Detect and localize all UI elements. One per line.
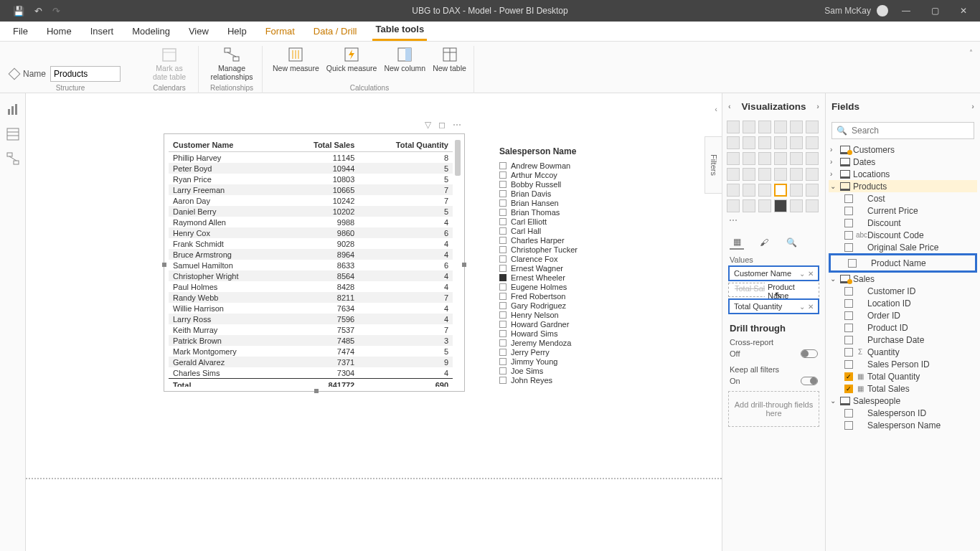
viz-type-icon[interactable]	[806, 199, 819, 212]
viz-type-icon[interactable]	[743, 199, 755, 212]
analytics-tab-icon[interactable]: 🔍	[784, 235, 798, 250]
well-customer[interactable]: Customer Name⌄✕	[728, 265, 819, 281]
well-quantity[interactable]: Total Quantity⌄✕	[728, 298, 819, 314]
field-checkbox[interactable]	[844, 287, 853, 296]
viz-type-icon[interactable]	[743, 121, 755, 133]
viz-expand-icon[interactable]: ›	[816, 102, 819, 110]
fields-search[interactable]: 🔍	[831, 122, 974, 139]
table-node[interactable]: ⌄Products	[829, 180, 977, 192]
chevron-down-icon[interactable]: ⌄	[799, 270, 805, 278]
fields-tab-icon[interactable]: ▦	[730, 235, 744, 250]
table-row[interactable]: Paul Holmes84284	[169, 281, 453, 292]
user-account[interactable]: Sam McKay	[824, 5, 888, 17]
field-node[interactable]: Discount	[829, 217, 977, 229]
ribbon-collapse-icon[interactable]: ˄	[969, 49, 973, 57]
menu-file[interactable]: File	[10, 22, 31, 41]
field-checkbox[interactable]	[844, 194, 853, 203]
viz-type-icon[interactable]	[743, 152, 755, 165]
viz-type-icon[interactable]	[727, 199, 740, 212]
table-scrollbar[interactable]	[455, 140, 462, 385]
menu-data-drill[interactable]: Data / Drill	[311, 22, 360, 41]
field-node[interactable]: Cost	[829, 192, 977, 204]
slicer-item[interactable]: Howard Sims	[499, 329, 636, 338]
field-node[interactable]: Customer ID	[829, 285, 977, 297]
viz-type-icon[interactable]	[743, 184, 755, 197]
new-column-button[interactable]: New column	[384, 46, 425, 73]
focus-icon[interactable]: ◻	[438, 120, 446, 130]
slicer-item[interactable]: Bobby Russell	[499, 179, 636, 189]
drill-dropzone[interactable]: Add drill-through fields here	[728, 391, 819, 427]
viz-type-icon[interactable]	[758, 184, 771, 197]
field-node[interactable]: Purchase Date	[829, 334, 977, 346]
filter-icon[interactable]: ▽	[425, 120, 431, 130]
well-drag-target[interactable]: Total Sales Product Name ↖	[728, 283, 819, 297]
viz-type-icon[interactable]	[790, 199, 803, 212]
viz-type-icon[interactable]	[790, 152, 803, 165]
viz-type-icon[interactable]	[790, 136, 803, 149]
field-node[interactable]: Original Sale Price	[829, 241, 977, 253]
slicer-item[interactable]: Christopher Tucker	[499, 245, 636, 254]
field-node[interactable]: ΣQuantity	[829, 346, 977, 358]
manage-relationships-button[interactable]: Manage relationships	[209, 46, 255, 81]
slicer-item[interactable]: Henry Nelson	[499, 310, 636, 319]
field-checkbox[interactable]	[844, 219, 853, 227]
menu-view[interactable]: View	[186, 22, 212, 41]
field-checkbox[interactable]	[844, 421, 853, 430]
viz-type-icon[interactable]	[790, 184, 803, 197]
slicer-item[interactable]: Gary Rodriguez	[499, 301, 636, 310]
table-row[interactable]: Charles Sims73044	[169, 367, 453, 379]
table-row[interactable]: Phillip Harvey111458	[169, 152, 453, 164]
slicer-item[interactable]: Brian Davis	[499, 189, 636, 198]
table-row[interactable]: Patrick Brown74853	[169, 335, 453, 346]
viz-type-icon[interactable]	[743, 136, 755, 149]
table-row[interactable]: Christopher Wright85644	[169, 270, 453, 281]
model-view-button[interactable]	[5, 151, 21, 166]
report-view-button[interactable]	[5, 102, 21, 118]
undo-icon[interactable]: ↶	[34, 6, 42, 17]
col-qty[interactable]: Total Quantity	[359, 138, 453, 152]
field-checkbox[interactable]	[844, 207, 853, 215]
field-node[interactable]: Salesperson Name	[829, 419, 977, 431]
data-view-button[interactable]	[5, 126, 21, 142]
viz-type-icon[interactable]	[774, 184, 787, 197]
slicer-item[interactable]: Jerry Perry	[499, 347, 636, 357]
table-node[interactable]: ›Locations	[829, 168, 977, 180]
chevron-down-icon[interactable]: ⌄	[799, 303, 805, 311]
fields-expand-icon[interactable]: ›	[971, 102, 974, 110]
field-checkbox[interactable]	[844, 231, 853, 240]
viz-type-icon[interactable]	[774, 121, 787, 133]
field-node[interactable]: ▦Total Sales	[829, 382, 977, 395]
viz-type-icon[interactable]	[727, 136, 740, 149]
slicer-item[interactable]: Ernest Wagner	[499, 263, 636, 273]
viz-type-icon[interactable]	[727, 184, 740, 197]
table-row[interactable]: Larry Freeman106657	[169, 184, 453, 195]
viz-type-icon[interactable]	[727, 121, 740, 133]
table-row[interactable]: Daniel Berry102025	[169, 206, 453, 217]
viz-type-icon[interactable]	[758, 136, 771, 149]
table-row[interactable]: Aaron Day102427	[169, 195, 453, 206]
cross-report-toggle[interactable]	[801, 349, 818, 358]
field-checkbox[interactable]	[844, 348, 853, 357]
slicer-item[interactable]: Brian Thomas	[499, 207, 636, 217]
viz-type-icon[interactable]	[774, 168, 787, 181]
viz-type-icon[interactable]	[774, 199, 787, 212]
viz-type-icon[interactable]	[727, 152, 740, 165]
field-checkbox[interactable]	[844, 409, 853, 418]
name-input[interactable]	[50, 66, 121, 82]
format-tab-icon[interactable]: 🖌	[757, 235, 771, 250]
table-row[interactable]: Keith Murray75377	[169, 324, 453, 335]
viz-type-icon[interactable]	[790, 121, 803, 133]
slicer-item[interactable]: Andrew Bowman	[499, 161, 636, 170]
field-node[interactable]: Salesperson ID	[829, 407, 977, 419]
more-icon[interactable]: ⋯	[453, 120, 461, 130]
viz-type-icon[interactable]	[743, 168, 755, 181]
table-node[interactable]: ›Customers	[829, 143, 977, 156]
field-checkbox[interactable]	[848, 259, 857, 268]
redo-icon[interactable]: ↷	[52, 6, 60, 17]
field-node[interactable]: Order ID	[829, 309, 977, 321]
slicer-item[interactable]: Fred Robertson	[499, 291, 636, 301]
menu-home[interactable]: Home	[44, 22, 75, 41]
search-input[interactable]	[852, 126, 969, 136]
col-customer[interactable]: Customer Name	[169, 138, 283, 152]
slicer-item[interactable]: Eugene Holmes	[499, 282, 636, 291]
